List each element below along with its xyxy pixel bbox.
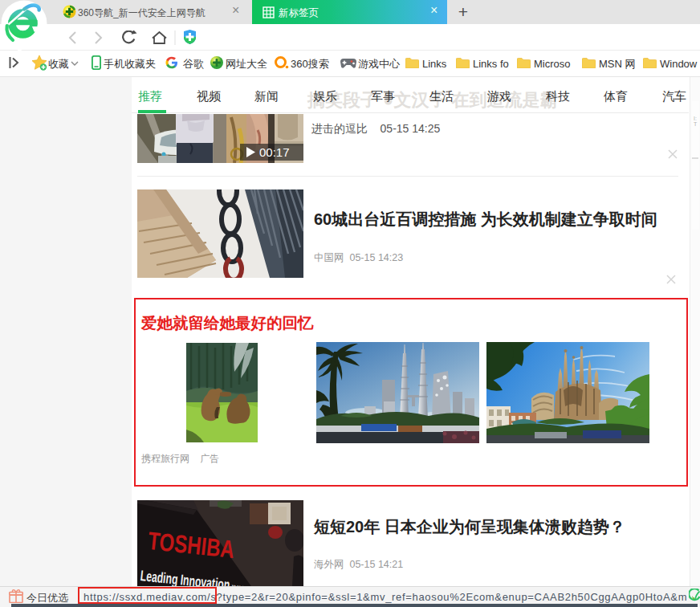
svg-text:»»»: »»» [230, 581, 248, 586]
svg-text:00:17: 00:17 [259, 145, 290, 159]
